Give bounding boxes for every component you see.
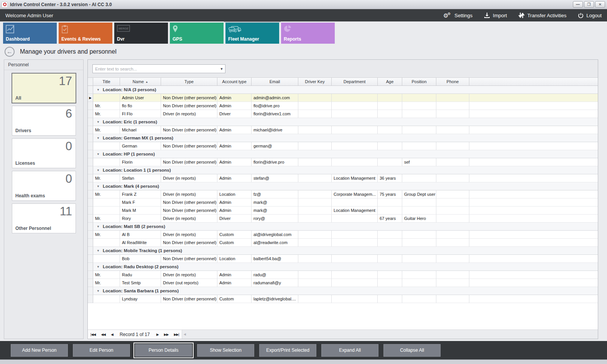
cell-email: german@ <box>252 142 298 150</box>
table-row[interactable]: Mr.MichaelNon Driver (other personnel)Ad… <box>88 126 598 134</box>
group-row-location-eric-1-persons[interactable]: ▼Location: Eric (1 persons) <box>88 118 598 126</box>
column-header-type[interactable]: Type <box>161 78 217 85</box>
group-row-location-radu-desktop-2-persons[interactable]: ▼Location: Radu Desktop (2 persons) <box>88 263 598 271</box>
table-row[interactable]: FlorinNon Driver (other personnel)Adminf… <box>88 158 598 166</box>
column-header-position[interactable]: Position <box>402 78 436 85</box>
card-other-personnel[interactable]: 11Other Personnel <box>12 203 76 233</box>
search-input[interactable] <box>93 65 218 73</box>
cell-email: radu@ <box>252 271 298 279</box>
table-row[interactable]: Mr.flo floNon Driver (other personnel)Ad… <box>88 102 598 110</box>
tab-reports[interactable]: Reports <box>281 23 335 44</box>
cell-department: Location Management <box>332 174 378 182</box>
collapse-icon[interactable]: ▼ <box>97 265 100 269</box>
person-details-button[interactable]: Person Details <box>135 344 192 357</box>
column-header-email[interactable]: Email <box>252 78 298 85</box>
table-row[interactable]: Mark FNon Driver (other personnel)Adminm… <box>88 198 598 207</box>
column-header-title[interactable]: Title <box>93 78 120 85</box>
table-row[interactable]: BobNon Driver (other personnel)Locationb… <box>88 255 598 263</box>
table-row[interactable]: Mr.Fl FloDriver (in reports)Driverflorin… <box>88 110 598 118</box>
group-row-location-n-a-3-persons[interactable]: ▼Location: N/A (3 persons) <box>88 86 598 94</box>
table-row[interactable]: Mark MNon Driver (other personnel)Adminm… <box>88 207 598 215</box>
collapse-icon[interactable]: ▼ <box>97 88 100 92</box>
group-row-location-location-1-1-persons[interactable]: ▼Location: Location 1 (1 persons) <box>88 166 598 174</box>
group-row-location-mark-4-persons[interactable]: ▼Location: Mark (4 persons) <box>88 182 598 190</box>
collapse-icon[interactable]: ▼ <box>97 185 100 188</box>
tab-label: Reports <box>284 36 301 42</box>
export-print-selected-button[interactable]: Export/Print Selected <box>259 344 316 357</box>
grid-gutter-header <box>88 78 93 85</box>
collapse-icon[interactable]: ▼ <box>97 225 100 228</box>
gears-icon: ⚙⚙ <box>443 11 452 19</box>
add-new-person-button[interactable]: Add New Person <box>11 344 68 357</box>
tab-fleet-manager[interactable]: Fleet Manager <box>225 23 279 44</box>
horizontal-scrollbar[interactable]: ◀ <box>182 330 598 339</box>
record-navigator: |◀◀ ◀◀ ◀ Record 1 of 17 ▶ ▶▶ ▶▶| ◀ <box>88 330 598 339</box>
nav-last-button[interactable]: ▶▶| <box>171 333 181 336</box>
collapse-icon[interactable]: ▼ <box>97 289 100 293</box>
table-row[interactable]: Al ReadWriteNon Driver (other personnel)… <box>88 239 598 247</box>
close-button[interactable]: ✕ <box>595 1 605 8</box>
action-label: Import <box>493 13 507 18</box>
card-drivers[interactable]: 6Drivers <box>12 106 76 136</box>
group-row-location-santa-barbara-1-persons[interactable]: ▼Location: Santa Barbara (1 persons) <box>88 287 598 295</box>
table-row[interactable]: Mr.Test SmtpDriver (out reports)Adminrad… <box>88 279 598 287</box>
tab-gps[interactable]: GPS <box>170 23 224 44</box>
cell-title: Mr. <box>93 110 120 118</box>
collapse-icon[interactable]: ▼ <box>97 249 100 253</box>
expand-all-button[interactable]: Expand All <box>321 344 378 357</box>
action-transfer-activities[interactable]: Transfer Activities <box>518 12 566 18</box>
nav-next-button[interactable]: ▶ <box>154 333 161 336</box>
nav-next-page-button[interactable]: ▶▶ <box>161 333 171 336</box>
table-row[interactable]: Mr.RoryDriver (in reports)Driverrory@67 … <box>88 215 598 223</box>
column-header-phone[interactable]: Phone <box>436 78 469 85</box>
tab-dashboard[interactable]: Dashboard <box>3 23 57 44</box>
tab-dvr[interactable]: MERGEDvr <box>114 23 168 44</box>
group-row-location-hp-1-persons[interactable]: ▼Location: HP (1 persons) <box>88 150 598 158</box>
minimize-button[interactable]: — <box>573 1 583 8</box>
column-header-age[interactable]: Age <box>378 78 402 85</box>
show-selection-button[interactable]: Show Selection <box>197 344 254 357</box>
nav-prev-button[interactable]: ◀ <box>108 333 116 336</box>
back-button[interactable]: ← <box>5 47 15 57</box>
column-header-name[interactable]: Name▲ <box>120 78 161 85</box>
group-row-location-mobile-tracking-1-persons[interactable]: ▼Location: Mobile Tracking (1 persons) <box>88 247 598 255</box>
clipboard-icon <box>61 25 68 35</box>
tab-events-reviews[interactable]: Events & Reviews <box>59 23 112 44</box>
group-row-location-matt-sb-2-persons[interactable]: ▼Location: Matt SB (2 persons) <box>88 223 598 231</box>
chevron-down-icon[interactable]: ▼ <box>218 65 225 73</box>
column-header-department[interactable]: Department <box>332 78 378 85</box>
collapse-all-button[interactable]: Collapse All <box>383 344 441 357</box>
cell-phone <box>436 174 469 182</box>
table-row[interactable]: GermanNon Driver (other personnel)Adming… <box>88 142 598 150</box>
edit-person-button[interactable]: Edit Person <box>73 344 130 357</box>
column-header-account-type[interactable]: Account type <box>217 78 252 85</box>
table-row[interactable]: Mr.RaduDriver (in reports)Adminradu@ <box>88 271 598 279</box>
cell-age <box>378 142 402 150</box>
cell-name: Frank Z <box>120 190 161 198</box>
collapse-icon[interactable]: ▼ <box>97 169 100 172</box>
table-row[interactable]: Mr.StefanDriver (in reports)Adminstefan@… <box>88 174 598 182</box>
group-row-body: ▼Location: N/A (3 persons) <box>93 86 598 94</box>
collapse-icon[interactable]: ▼ <box>97 120 100 124</box>
table-row[interactable]: ▶Admin UserNon Driver (other personnel)A… <box>88 94 598 102</box>
group-row-location-german-mx-1-persons[interactable]: ▼Location: German MX (1 persons) <box>88 134 598 142</box>
card-all[interactable]: 17All <box>12 73 76 103</box>
nav-prev-page-button[interactable]: ◀◀ <box>98 333 108 336</box>
column-header-driver-key[interactable]: Driver Key <box>298 78 332 85</box>
table-row[interactable]: Mr.Al BDriver (in reports)Customal@idriv… <box>88 231 598 239</box>
card-licenses[interactable]: 0Licenses <box>12 138 76 168</box>
collapse-icon[interactable]: ▼ <box>97 136 100 140</box>
nav-first-button[interactable]: |◀◀ <box>88 333 98 336</box>
action-import[interactable]: Import <box>484 12 507 18</box>
cell-email: mark@ <box>252 207 298 215</box>
cell-position: sef <box>402 158 436 166</box>
collapse-icon[interactable]: ▼ <box>97 152 100 156</box>
table-row[interactable]: Mr.Frank ZDriver (in reports)Locationfz@… <box>88 190 598 198</box>
table-row[interactable]: LyndsayNon Driver (other personnel)Custo… <box>88 295 598 303</box>
pie-icon <box>284 25 291 34</box>
maximize-button[interactable]: ❒ <box>584 1 594 8</box>
action-settings[interactable]: ⚙⚙Settings <box>443 11 472 19</box>
action-logout[interactable]: Logout <box>578 13 602 18</box>
card-health-exams[interactable]: 0Health exams <box>12 171 76 201</box>
group-row-body: ▼Location: HP (1 persons) <box>93 150 598 158</box>
